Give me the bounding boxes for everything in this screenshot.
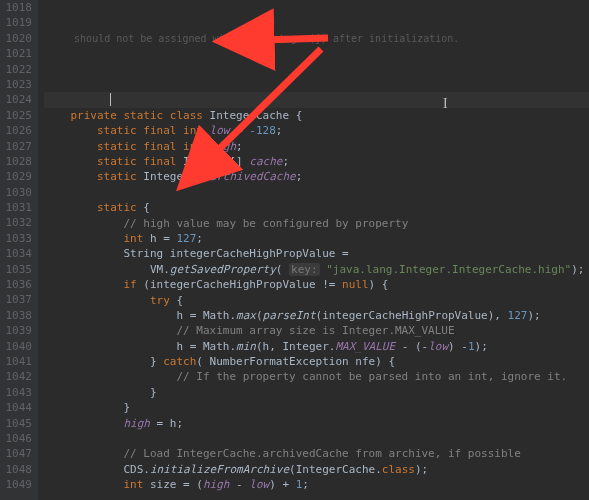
line-number: 1041 xyxy=(0,354,32,369)
code-token: { xyxy=(143,201,150,214)
line-number: 1027 xyxy=(0,139,32,154)
code-token: ( xyxy=(256,309,263,322)
line-number: 1042 xyxy=(0,369,32,384)
code-token: low xyxy=(428,340,448,353)
code-token xyxy=(44,109,71,122)
faded-prev-line: should not be assigned with new Integer(… xyxy=(44,31,589,46)
code-token: high xyxy=(210,140,237,153)
line-number: 1034 xyxy=(0,246,32,261)
code-line[interactable]: h = Math.max(parseInt(integerCacheHighPr… xyxy=(44,308,589,323)
code-token: max xyxy=(236,309,256,322)
code-token: Integer[] xyxy=(183,155,249,168)
line-number: 1040 xyxy=(0,339,32,354)
code-token: String integerCacheHighPropValue = xyxy=(123,247,348,260)
code-token: high xyxy=(203,478,230,491)
code-line[interactable]: int h = 127; xyxy=(44,231,589,246)
line-number: 1032 xyxy=(0,215,32,230)
code-line[interactable]: int size = (high - low) + 1; xyxy=(44,477,589,492)
line-number: 1023 xyxy=(0,77,32,92)
code-line[interactable]: static { xyxy=(44,200,589,215)
code-token: int xyxy=(123,478,150,491)
line-number: 1044 xyxy=(0,400,32,415)
line-number: 1046 xyxy=(0,431,32,446)
code-token: ); xyxy=(571,263,584,276)
code-line[interactable]: // Load IntegerCache.archivedCache from … xyxy=(44,446,589,461)
line-number: 1029 xyxy=(0,169,32,184)
line-number: 1037 xyxy=(0,292,32,307)
code-token: ); xyxy=(527,309,540,322)
code-token: static xyxy=(97,170,143,183)
code-token: (integerCacheHighPropValue != xyxy=(143,278,342,291)
code-token: VM. xyxy=(44,263,170,276)
code-line[interactable]: static final int low = -128; xyxy=(44,123,589,138)
code-line[interactable]: VM.getSavedProperty( key: "java.lang.Int… xyxy=(44,262,589,277)
code-token: - xyxy=(229,478,249,491)
code-token xyxy=(44,170,97,183)
line-number: 1025 xyxy=(0,108,32,123)
code-line[interactable]: } catch( NumberFormatException nfe) { xyxy=(44,354,589,369)
code-line[interactable]: // Maximum array size is Integer.MAX_VAL… xyxy=(44,323,589,338)
code-token: h = Math. xyxy=(44,340,236,353)
code-token xyxy=(44,217,123,230)
code-line[interactable]: } xyxy=(44,400,589,415)
code-line[interactable]: static final int high; xyxy=(44,139,589,154)
code-line[interactable]: // If the property cannot be parsed into… xyxy=(44,369,589,384)
code-token: high xyxy=(123,417,150,430)
code-token: ); xyxy=(415,463,428,476)
text-cursor-ibeam: I xyxy=(443,96,448,111)
code-line[interactable]: CDS.initializeFromArchive(IntegerCache.c… xyxy=(44,462,589,477)
code-token xyxy=(44,232,123,245)
code-line[interactable] xyxy=(44,493,589,500)
code-line[interactable]: try { xyxy=(44,293,589,308)
code-token: catch xyxy=(163,355,196,368)
code-token: archivedCache xyxy=(210,170,296,183)
line-number: 1021 xyxy=(0,46,32,61)
code-token: int xyxy=(123,232,150,245)
code-token xyxy=(44,478,123,491)
caret xyxy=(110,93,111,106)
code-token: static final xyxy=(97,155,183,168)
code-token: class xyxy=(382,463,415,476)
code-line[interactable]: String integerCacheHighPropValue = xyxy=(44,246,589,261)
code-line[interactable] xyxy=(44,431,589,446)
code-token: try xyxy=(150,294,177,307)
code-token xyxy=(44,294,150,307)
code-line[interactable]: high = h; xyxy=(44,416,589,431)
code-line[interactable]: static Integer[] archivedCache; xyxy=(44,169,589,184)
code-line[interactable]: h = Math.min(h, Integer.MAX_VALUE - (-lo… xyxy=(44,339,589,354)
code-token: parseInt xyxy=(263,309,316,322)
code-token: 1 xyxy=(468,340,475,353)
line-number-gutter: 1018101910201021102210231024102510261027… xyxy=(0,0,38,500)
code-line[interactable] xyxy=(44,92,589,107)
code-token: // high value may be configured by prope… xyxy=(123,217,408,230)
code-token: -128 xyxy=(249,124,276,137)
line-number: 1035 xyxy=(0,262,32,277)
line-number: 1019 xyxy=(0,15,32,30)
line-number: 1038 xyxy=(0,308,32,323)
code-line[interactable]: private static class IntegerCache { xyxy=(44,108,589,123)
code-token xyxy=(44,124,97,137)
code-token xyxy=(44,370,176,383)
code-token: "java.lang.Integer.IntegerCache.high" xyxy=(326,263,571,276)
code-token xyxy=(44,247,123,260)
code-token: MAX_VALUE xyxy=(335,340,395,353)
code-token: null xyxy=(342,278,369,291)
code-line[interactable]: // high value may be configured by prope… xyxy=(44,216,589,231)
code-token: low xyxy=(249,478,269,491)
code-line[interactable] xyxy=(44,185,589,200)
code-token: ; xyxy=(236,140,243,153)
code-token: 127 xyxy=(508,309,528,322)
code-token xyxy=(44,140,97,153)
code-line[interactable]: } xyxy=(44,385,589,400)
code-editor[interactable]: 1018101910201021102210231024102510261027… xyxy=(0,0,589,500)
line-number: 1026 xyxy=(0,123,32,138)
code-token: ; xyxy=(282,155,289,168)
code-token: private static class xyxy=(71,109,210,122)
code-token: 127 xyxy=(176,232,196,245)
code-token: ; xyxy=(196,232,203,245)
code-line[interactable]: static final Integer[] cache; xyxy=(44,154,589,169)
code-token: (h, Integer. xyxy=(256,340,335,353)
code-token: } xyxy=(44,386,157,399)
code-area[interactable]: should not be assigned with new Integer(… xyxy=(38,0,589,500)
code-line[interactable]: if (integerCacheHighPropValue != null) { xyxy=(44,277,589,292)
